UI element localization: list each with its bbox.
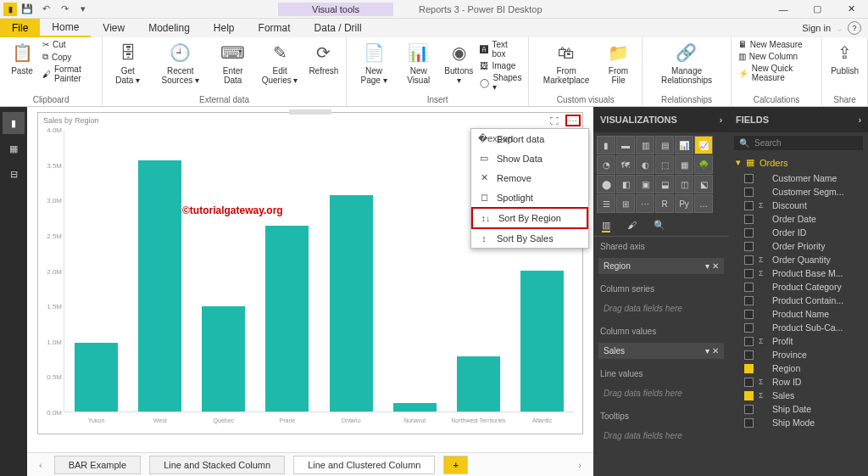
field-profit[interactable]: ΣProfit (729, 334, 868, 348)
viz-type-icon[interactable]: 🌳 (694, 155, 713, 174)
help-icon[interactable]: ? (848, 21, 861, 35)
tooltips-well[interactable]: Drag data fields here (598, 428, 724, 444)
table-orders[interactable]: ▾ ▦ Orders (729, 154, 868, 171)
save-icon[interactable]: 💾 (19, 1, 36, 18)
ctx-item-sort-by-region[interactable]: ↕↓Sort By Region (471, 207, 588, 229)
field-ship-mode[interactable]: Ship Mode (729, 416, 868, 429)
viz-type-icon[interactable]: ▥ (636, 136, 654, 154)
fields-tab-icon[interactable]: ▥ (602, 220, 610, 232)
field-order-id[interactable]: Order ID (729, 226, 868, 239)
line-values-well[interactable]: Drag data fields here (598, 385, 724, 401)
checkbox[interactable] (744, 418, 754, 428)
shapes-button[interactable]: ◯Shapes ▾ (478, 72, 523, 92)
bar-atlantic[interactable] (520, 271, 564, 412)
column-values-well[interactable]: Sales▾ ✕ (598, 343, 724, 359)
field-ship-date[interactable]: Ship Date (729, 402, 868, 416)
field-product-name[interactable]: Product Name (729, 307, 868, 321)
ctx-item-export-data[interactable]: �exportExport data (471, 129, 588, 148)
get-data-button[interactable]: 🗄Get Data ▾ (108, 39, 147, 87)
quick-measure-button[interactable]: ⚡New Quick Measure (737, 63, 816, 83)
checkbox[interactable] (744, 188, 754, 197)
from-file-button[interactable]: 📁From File (600, 39, 637, 87)
field-discount[interactable]: ΣDiscount (729, 199, 868, 212)
report-view-button[interactable]: ▮ (3, 112, 25, 134)
recent-sources-button[interactable]: 🕘Recent Sources ▾ (149, 39, 211, 87)
bar-quebec[interactable] (202, 306, 245, 412)
viz-type-icon[interactable]: 🗺 (616, 155, 635, 174)
ctx-item-sort-by-sales[interactable]: ↕Sort By Sales (471, 229, 588, 248)
field-product-category[interactable]: Product Category (729, 280, 868, 294)
field-order-quantity[interactable]: ΣOrder Quantity (729, 253, 868, 266)
checkbox[interactable] (744, 296, 754, 305)
publish-button[interactable]: ⇪Publish (827, 39, 862, 77)
close-button[interactable]: ✕ (834, 0, 868, 19)
ctx-item-spotlight[interactable]: ◻Spotlight (471, 188, 588, 207)
checkbox[interactable] (744, 283, 754, 292)
checkbox[interactable] (744, 228, 754, 238)
collapse-viz-panel-icon[interactable]: › (720, 115, 722, 125)
minimize-button[interactable]: — (766, 0, 800, 19)
from-marketplace-button[interactable]: 🛍From Marketplace (534, 39, 598, 87)
viz-type-icon[interactable]: ◔ (597, 155, 615, 174)
sign-in-link[interactable]: Sign in (802, 23, 831, 33)
new-page-button[interactable]: 📄New Page ▾ (352, 39, 396, 87)
page-tab-line-and-clustered-column[interactable]: Line and Clustered Column (293, 456, 435, 474)
viz-type-icon[interactable]: Py (675, 194, 693, 213)
file-menu[interactable]: File (0, 19, 40, 37)
field-order-priority[interactable]: Order Priority (729, 239, 868, 253)
viz-type-icon[interactable]: ◧ (616, 175, 635, 193)
checkbox[interactable] (744, 378, 754, 387)
fields-search-input[interactable]: 🔍 Search (734, 136, 863, 150)
menu-help[interactable]: Help (202, 19, 247, 37)
page-tab-bar-example[interactable]: BAR Example (54, 456, 141, 474)
bar-yukon[interactable] (75, 343, 118, 412)
field-product-contain-[interactable]: Product Contain... (729, 294, 868, 307)
viz-type-icon[interactable]: ▮ (597, 136, 615, 154)
copy-button[interactable]: ⧉Copy (41, 51, 97, 63)
analytics-tab-icon[interactable]: 🔍 (654, 220, 665, 232)
checkbox[interactable] (744, 242, 754, 251)
field-row-id[interactable]: ΣRow ID (729, 375, 868, 389)
field-product-sub-ca-[interactable]: Product Sub-Ca... (729, 321, 868, 334)
field-order-date[interactable]: Order Date (729, 212, 868, 226)
checkbox[interactable] (744, 337, 754, 346)
ctx-item-show-data[interactable]: ▭Show Data (471, 148, 588, 168)
maximize-button[interactable]: ▢ (800, 0, 834, 19)
focus-mode-icon[interactable]: ⛶ (547, 115, 562, 126)
field-customer-name[interactable]: Customer Name (729, 171, 868, 185)
viz-type-icon[interactable]: ⬕ (694, 175, 713, 193)
bar-nunavut[interactable] (393, 403, 437, 412)
refresh-button[interactable]: ⟳Refresh (307, 39, 341, 77)
shared-axis-well[interactable]: Region▾ ✕ (598, 258, 724, 274)
more-options-button[interactable]: ⋯ (565, 115, 581, 126)
viz-type-icon[interactable]: ▦ (675, 155, 693, 174)
field-region[interactable]: Region (729, 361, 868, 375)
column-series-well[interactable]: Drag data fields here (598, 300, 724, 316)
viz-type-icon[interactable]: ▬ (616, 136, 635, 154)
field-customer-segm-[interactable]: Customer Segm... (729, 185, 868, 199)
visual-drag-handle[interactable] (289, 109, 331, 115)
menu-format[interactable]: Format (247, 19, 303, 37)
viz-type-icon[interactable]: 📈 (694, 136, 713, 154)
checkbox[interactable] (744, 350, 754, 360)
viz-type-icon[interactable]: ⊞ (616, 194, 635, 213)
page-tab-line-and-stacked-column[interactable]: Line and Stacked Column (149, 456, 285, 474)
checkbox[interactable] (744, 323, 754, 333)
tab-nav-right[interactable]: › (575, 460, 585, 470)
checkbox[interactable] (744, 174, 754, 183)
new-visual-button[interactable]: 📊New Visual (398, 39, 439, 87)
chevron-down-icon[interactable]: ⌄ (836, 24, 843, 33)
viz-type-icon[interactable]: 📊 (675, 136, 693, 154)
format-painter-button[interactable]: 🖌Format Painter (41, 64, 97, 84)
checkbox[interactable] (744, 364, 754, 373)
viz-type-icon[interactable]: ▤ (655, 136, 674, 154)
collapse-fields-panel-icon[interactable]: › (859, 115, 861, 125)
menu-home[interactable]: Home (40, 19, 91, 37)
menu-modeling[interactable]: Modeling (136, 19, 202, 37)
chart-visual[interactable]: Sales by Region ⛶ ⋯ �exportExport data▭S… (37, 112, 583, 434)
redo-icon[interactable]: ↷ (56, 1, 73, 18)
checkbox[interactable] (744, 310, 754, 319)
field-product-base-m-[interactable]: ΣProduct Base M... (729, 266, 868, 280)
new-column-button[interactable]: ▥New Column (737, 51, 816, 62)
undo-icon[interactable]: ↶ (37, 1, 54, 18)
